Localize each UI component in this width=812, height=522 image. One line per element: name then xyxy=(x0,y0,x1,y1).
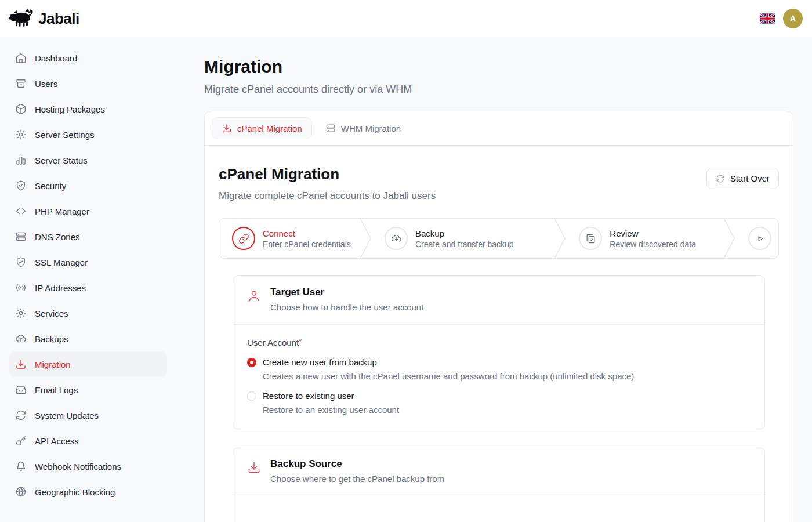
refresh-icon xyxy=(15,409,27,421)
tab-label: cPanel Migration xyxy=(237,124,302,133)
gear-icon xyxy=(15,307,27,319)
radio-restore-existing-user[interactable]: Restore to existing user xyxy=(247,391,751,401)
step-backup: Backup Create and transfer backup xyxy=(372,227,553,250)
step-connect: Connect Enter cPanel credentials xyxy=(219,227,359,250)
sidebar-item-label: API Access xyxy=(35,436,79,446)
shield-check-icon xyxy=(15,256,27,268)
sidebar-item-api-access[interactable]: API Access xyxy=(9,428,167,454)
refresh-icon xyxy=(716,174,725,183)
sidebar-item-backups[interactable]: Backups xyxy=(9,326,167,351)
sidebar-item-users[interactable]: Users xyxy=(9,71,167,96)
sidebar-item-email-logs[interactable]: Email Logs xyxy=(9,377,167,403)
sidebar-item-label: PHP Manager xyxy=(35,206,89,216)
sidebar-item-security[interactable]: Security xyxy=(9,173,167,198)
uk-flag-icon[interactable] xyxy=(760,13,775,24)
option-description: Creates a new user with the cPanel usern… xyxy=(263,371,751,381)
brand-logo[interactable]: Jabali xyxy=(8,8,79,29)
start-over-label: Start Over xyxy=(730,173,770,183)
target-user-section: Target User Choose how to handle the use… xyxy=(233,275,765,430)
sidebar-item-label: Dashboard xyxy=(35,53,77,63)
tab-label: WHM Migration xyxy=(341,124,401,133)
start-over-button[interactable]: Start Over xyxy=(706,168,779,189)
sidebar-item-label: Hosting Packages xyxy=(35,104,105,114)
sidebar-item-label: DNS Zones xyxy=(35,232,80,242)
archive-icon xyxy=(15,78,27,89)
download-icon xyxy=(222,123,232,133)
link-icon xyxy=(232,227,255,250)
code-icon xyxy=(15,205,27,217)
cloud-download-icon xyxy=(385,227,408,250)
radio-selected-icon[interactable] xyxy=(247,358,256,367)
migration-tabs: cPanel Migration WHM Migration xyxy=(205,111,793,146)
user-account-field-label: User Account* xyxy=(247,338,751,347)
clipboard-check-icon xyxy=(579,227,602,250)
sidebar-item-server-status[interactable]: Server Status xyxy=(9,147,167,173)
top-bar: Jabali A xyxy=(0,0,812,37)
section-title: Target User xyxy=(270,287,423,298)
section-title: Backup Source xyxy=(270,458,444,470)
step-title: Connect xyxy=(263,229,351,238)
main-content: Migration Migrate cPanel accounts direct… xyxy=(176,37,812,522)
sidebar-item-hosting-packages[interactable]: Hosting Packages xyxy=(9,96,167,122)
sidebar-item-dns-zones[interactable]: DNS Zones xyxy=(9,224,167,249)
sidebar-item-label: Services xyxy=(35,309,68,318)
sidebar-item-dashboard[interactable]: Dashboard xyxy=(9,45,167,71)
sidebar-item-webhook-notifications[interactable]: Webhook Notifications xyxy=(9,454,167,479)
sidebar-item-geographic-blocking[interactable]: Geographic Blocking xyxy=(9,479,167,505)
sidebar-item-php-manager[interactable]: PHP Manager xyxy=(9,198,167,224)
user-icon xyxy=(247,289,261,303)
sidebar-item-label: SSL Manager xyxy=(35,258,88,267)
sidebar-item-label: Users xyxy=(35,79,57,89)
download-icon xyxy=(15,358,27,370)
broadcast-icon xyxy=(15,282,27,293)
page-subtitle: Migrate cPanel accounts directly or via … xyxy=(204,84,793,96)
inbox-icon xyxy=(15,384,27,396)
brand-name: Jabali xyxy=(38,10,79,28)
package-icon xyxy=(15,103,27,115)
migration-stepper: Connect Enter cPanel credentials Backup … xyxy=(219,218,779,259)
step-restore: Restore Migrati xyxy=(735,227,778,250)
backup-source-body xyxy=(233,496,764,522)
sidebar-item-services[interactable]: Services xyxy=(9,300,167,326)
bell-icon xyxy=(15,461,27,472)
gear-icon xyxy=(15,129,27,140)
chevron-separator-icon xyxy=(723,218,735,259)
page-title: Migration xyxy=(204,57,793,77)
sidebar-item-label: System Updates xyxy=(35,411,99,420)
sidebar-item-label: Webhook Notifications xyxy=(35,462,121,472)
tab-cpanel-migration[interactable]: cPanel Migration xyxy=(212,117,312,139)
shield-check-icon xyxy=(15,180,27,191)
backup-source-section: Backup Source Choose where to get the cP… xyxy=(233,447,765,522)
sidebar-item-migration[interactable]: Migration xyxy=(9,351,167,377)
server-stack-icon xyxy=(325,123,336,133)
sidebar-item-ssl-manager[interactable]: SSL Manager xyxy=(9,249,167,275)
server-stack-icon xyxy=(15,231,27,242)
sidebar-item-label: Backups xyxy=(35,334,68,344)
option-label: Create new user from backup xyxy=(263,357,377,367)
download-icon xyxy=(247,461,261,474)
sidebar-item-system-updates[interactable]: System Updates xyxy=(9,403,167,428)
required-mark: * xyxy=(299,338,302,346)
option-create-new-user: Create new user from backup Creates a ne… xyxy=(247,357,751,381)
sidebar-item-server-settings[interactable]: Server Settings xyxy=(9,122,167,147)
option-label: Restore to existing user xyxy=(263,391,354,401)
sidebar-item-label: Server Settings xyxy=(35,130,95,140)
sidebar: Dashboard Users Hosting Packages Server … xyxy=(0,37,176,522)
sidebar-item-label: Security xyxy=(35,181,66,191)
sidebar-item-ip-addresses[interactable]: IP Addresses xyxy=(9,275,167,300)
step-subtitle: Create and transfer backup xyxy=(415,240,514,249)
sidebar-item-label: Geographic Blocking xyxy=(35,487,115,497)
radio-create-new-user[interactable]: Create new user from backup xyxy=(247,357,751,367)
play-icon xyxy=(748,227,771,250)
chevron-separator-icon xyxy=(359,218,372,259)
step-title: Backup xyxy=(415,229,514,238)
panel-title: cPanel Migration xyxy=(219,165,436,183)
radio-unselected-icon[interactable] xyxy=(247,392,256,401)
user-avatar[interactable]: A xyxy=(783,9,803,28)
cloud-upload-icon xyxy=(15,333,27,345)
tab-whm-migration[interactable]: WHM Migration xyxy=(316,117,411,139)
section-subtitle: Choose how to handle the user account xyxy=(270,302,423,312)
step-subtitle: Review discovered data xyxy=(610,240,696,249)
globe-icon xyxy=(15,486,27,498)
migration-card: cPanel Migration WHM Migration cPanel Mi… xyxy=(204,111,793,522)
